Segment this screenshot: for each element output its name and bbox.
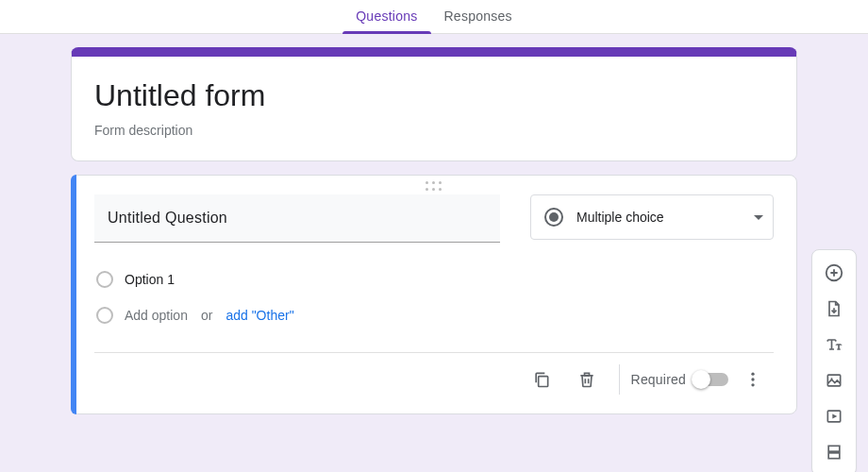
svg-rect-5 bbox=[827, 375, 840, 386]
question-footer: Required bbox=[94, 352, 774, 406]
trash-icon bbox=[577, 370, 596, 389]
import-questions-button[interactable] bbox=[817, 292, 851, 326]
text-icon bbox=[825, 335, 843, 354]
section-icon bbox=[825, 443, 843, 462]
svg-point-1 bbox=[751, 373, 754, 376]
add-title-button[interactable] bbox=[817, 328, 851, 362]
caret-down-icon bbox=[754, 215, 763, 220]
add-option-row: Add option or add "Other" bbox=[94, 297, 774, 333]
add-image-button[interactable] bbox=[817, 363, 851, 397]
tab-questions[interactable]: Questions bbox=[342, 8, 430, 33]
form-header-card: Untitled form Form description bbox=[71, 47, 797, 161]
add-section-button[interactable] bbox=[817, 435, 851, 469]
option-row[interactable]: Option 1 bbox=[94, 261, 774, 297]
video-icon bbox=[825, 407, 843, 426]
copy-icon bbox=[532, 370, 551, 389]
svg-rect-8 bbox=[828, 446, 840, 451]
radio-empty-icon bbox=[96, 271, 113, 288]
side-toolbar bbox=[811, 249, 857, 472]
required-label: Required bbox=[631, 372, 686, 387]
required-toggle[interactable] bbox=[693, 373, 728, 386]
svg-point-3 bbox=[751, 384, 754, 387]
question-type-dropdown[interactable]: Multiple choice bbox=[530, 194, 774, 240]
tab-responses[interactable]: Responses bbox=[431, 8, 526, 33]
radio-filled-icon bbox=[544, 208, 563, 227]
duplicate-button[interactable] bbox=[521, 359, 562, 400]
svg-point-2 bbox=[751, 379, 754, 381]
divider bbox=[619, 364, 620, 395]
more-options-button[interactable] bbox=[732, 359, 774, 400]
top-tabs: Questions Responses bbox=[0, 0, 868, 34]
svg-rect-9 bbox=[828, 453, 840, 459]
form-title[interactable]: Untitled form bbox=[94, 77, 774, 113]
add-question-button[interactable] bbox=[817, 256, 851, 290]
question-type-label: Multiple choice bbox=[576, 210, 741, 225]
add-option-button[interactable]: Add option bbox=[125, 308, 188, 323]
more-vert-icon bbox=[743, 370, 762, 389]
image-icon bbox=[825, 371, 843, 390]
radio-empty-icon bbox=[96, 307, 113, 324]
add-other-button[interactable]: add "Other" bbox=[225, 308, 293, 323]
question-card: Multiple choice Option 1 Add option or a… bbox=[71, 175, 797, 414]
import-icon bbox=[825, 299, 843, 318]
editor-stage: Untitled form Form description Multiple … bbox=[0, 34, 868, 472]
question-title-input[interactable] bbox=[94, 194, 500, 243]
drag-handle-icon[interactable] bbox=[426, 181, 442, 192]
or-text: or bbox=[201, 308, 212, 323]
plus-circle-icon bbox=[824, 262, 844, 283]
svg-point-6 bbox=[831, 378, 833, 379]
delete-button[interactable] bbox=[566, 359, 608, 400]
add-video-button[interactable] bbox=[817, 399, 851, 433]
svg-rect-0 bbox=[538, 377, 547, 387]
option-label[interactable]: Option 1 bbox=[125, 272, 175, 287]
form-description[interactable]: Form description bbox=[94, 123, 774, 138]
